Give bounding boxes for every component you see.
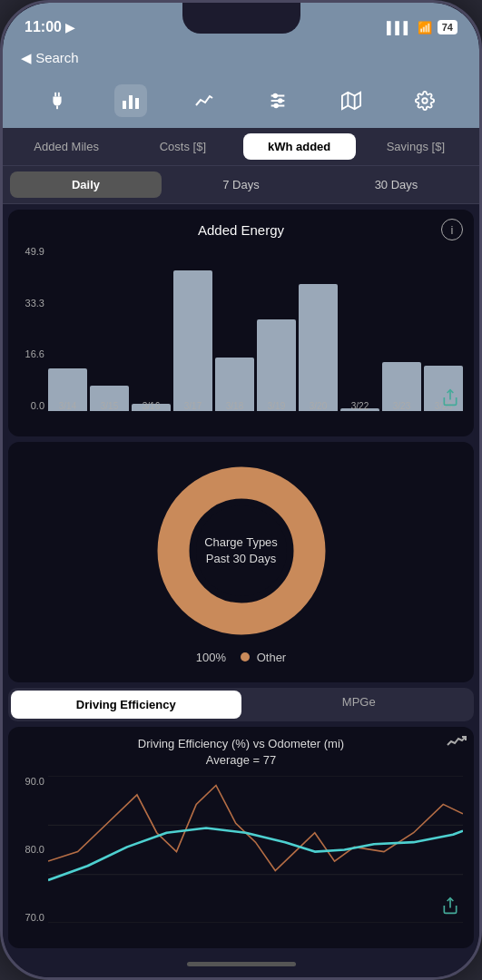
eff-title-line2: Average = 77 bbox=[19, 752, 463, 769]
phone-frame: 11:00 ▶ ▌▌▌ 📶 74 ◀ Search bbox=[0, 0, 482, 980]
bar-chart: 3/143/153/163/173/183/193/203/223/233/26 bbox=[48, 246, 463, 427]
svg-point-11 bbox=[274, 104, 278, 108]
added-energy-title: Added Energy bbox=[41, 222, 441, 238]
bar-date-label: 3/14 bbox=[59, 401, 76, 411]
bar-col: 3/20 bbox=[299, 246, 338, 411]
y-label-max: 49.9 bbox=[19, 246, 48, 257]
legend-label: Other bbox=[257, 651, 287, 664]
y-label-mid2: 16.6 bbox=[19, 348, 48, 359]
tab-added-miles[interactable]: Added Miles bbox=[10, 133, 123, 160]
period-7days[interactable]: 7 Days bbox=[165, 172, 317, 198]
sliders-nav-icon[interactable] bbox=[261, 84, 294, 117]
eff-y-axis: 90.0 80.0 70.0 bbox=[19, 776, 48, 923]
efficiency-tab-selector: Driving Efficiency MPGe bbox=[8, 688, 474, 721]
y-label-mid1: 33.3 bbox=[19, 298, 48, 309]
bar-col: 3/22 bbox=[340, 246, 379, 411]
svg-rect-0 bbox=[55, 93, 57, 97]
efficiency-chart-section: Driving Efficiency (%) vs Odometer (mi) … bbox=[8, 727, 474, 948]
donut-label-line1: Charge Types bbox=[204, 534, 278, 551]
search-bar: ◀ Search bbox=[3, 46, 479, 75]
donut-label-line2: Past 30 Days bbox=[204, 551, 278, 567]
info-button[interactable]: i bbox=[441, 219, 463, 240]
bar-col: 3/17 bbox=[173, 246, 212, 411]
settings-nav-icon[interactable] bbox=[408, 84, 441, 117]
bar-col: 3/23 bbox=[382, 246, 421, 411]
bar bbox=[299, 284, 338, 411]
tab-savings[interactable]: Savings [$] bbox=[359, 133, 472, 160]
tab-driving-efficiency[interactable]: Driving Efficiency bbox=[11, 691, 241, 719]
svg-point-9 bbox=[273, 94, 277, 98]
bar-col: 3/15 bbox=[90, 246, 129, 411]
bar-date-label: 3/23 bbox=[393, 401, 410, 411]
back-button[interactable]: ◀ Search bbox=[21, 50, 79, 66]
legend-dot bbox=[241, 652, 250, 662]
donut-center-text: Charge Types Past 30 Days bbox=[204, 534, 278, 567]
home-bar bbox=[187, 962, 296, 966]
bar bbox=[173, 270, 212, 411]
donut-chart-section: Charge Types Past 30 Days 100% Other bbox=[8, 442, 474, 682]
bar-date-label: 3/16 bbox=[143, 401, 160, 411]
bar-date-label: 3/20 bbox=[310, 401, 327, 411]
eff-y-label-mid: 80.0 bbox=[19, 844, 48, 855]
home-indicator bbox=[3, 955, 479, 977]
tab-kwh-added[interactable]: kWh added bbox=[243, 133, 356, 160]
wifi-icon: 📶 bbox=[418, 21, 432, 34]
legend-item: Other bbox=[241, 651, 286, 664]
efficiency-chart-title: Driving Efficiency (%) vs Odometer (mi) … bbox=[19, 736, 463, 769]
svg-rect-2 bbox=[56, 106, 58, 110]
notch bbox=[182, 3, 300, 34]
eff-y-label-bot: 70.0 bbox=[19, 912, 48, 923]
y-label-min: 0.0 bbox=[19, 400, 48, 411]
efficiency-chart-area: 90.0 80.0 70.0 bbox=[19, 776, 463, 939]
period-selector: Daily 7 Days 30 Days bbox=[3, 166, 479, 204]
line-chart-nav-icon[interactable] bbox=[188, 84, 221, 117]
added-energy-chart-section: Added Energy i 49.9 33.3 16.6 0.0 3/143/… bbox=[8, 210, 474, 436]
main-content: Added Miles Costs [$] kWh added Savings … bbox=[3, 128, 479, 955]
efficiency-share-button[interactable] bbox=[441, 897, 459, 919]
bar-chart-share-button[interactable] bbox=[441, 388, 459, 411]
y-axis: 49.9 33.3 16.6 0.0 bbox=[19, 246, 48, 427]
chart-title-row: Added Energy i bbox=[19, 219, 463, 240]
signal-icon: ▌▌▌ bbox=[387, 21, 412, 34]
efficiency-line-chart bbox=[48, 776, 463, 923]
eff-title-line1: Driving Efficiency (%) vs Odometer (mi) bbox=[19, 736, 463, 752]
period-daily[interactable]: Daily bbox=[10, 172, 162, 198]
bar-col: 3/26 bbox=[424, 246, 463, 411]
bar-col: 3/19 bbox=[257, 246, 296, 411]
svg-point-10 bbox=[279, 99, 282, 103]
donut-percent: 100% bbox=[196, 651, 226, 664]
bar-date-label: 3/15 bbox=[101, 401, 118, 411]
tab-costs[interactable]: Costs [$] bbox=[126, 133, 239, 160]
bar-date-label: 3/22 bbox=[351, 401, 369, 411]
bar-chart-area: 49.9 33.3 16.6 0.0 3/143/153/163/173/183… bbox=[19, 246, 463, 427]
donut-legend: 100% Other bbox=[196, 651, 286, 664]
status-icons: ▌▌▌ 📶 74 bbox=[387, 20, 457, 34]
tab-mpge[interactable]: MPGe bbox=[244, 688, 475, 721]
donut-chart: Charge Types Past 30 Days bbox=[151, 460, 332, 642]
bar-col: 3/18 bbox=[215, 246, 254, 411]
svg-rect-3 bbox=[123, 101, 126, 109]
battery-indicator: 74 bbox=[438, 20, 457, 34]
plug-nav-icon[interactable] bbox=[41, 84, 74, 117]
bar-chart-nav-icon[interactable] bbox=[114, 84, 147, 117]
svg-rect-1 bbox=[58, 93, 60, 97]
chart-type-button[interactable] bbox=[447, 734, 467, 755]
phone-inner: 11:00 ▶ ▌▌▌ 📶 74 ◀ Search bbox=[3, 3, 479, 977]
svg-point-15 bbox=[422, 98, 428, 103]
bar-col: 3/16 bbox=[132, 246, 171, 411]
svg-marker-12 bbox=[342, 93, 360, 109]
bar-col: 3/14 bbox=[48, 246, 87, 411]
bar-date-label: 3/18 bbox=[226, 401, 243, 411]
bar-date-label: 3/19 bbox=[268, 401, 285, 411]
time-display: 11:00 bbox=[25, 19, 62, 35]
tab-selector: Added Miles Costs [$] kWh added Savings … bbox=[3, 128, 479, 166]
svg-rect-4 bbox=[129, 95, 133, 109]
location-icon: ▶ bbox=[65, 21, 74, 34]
bar bbox=[257, 319, 296, 411]
bar-date-label: 3/17 bbox=[184, 401, 202, 411]
nav-bar bbox=[3, 75, 479, 128]
svg-rect-5 bbox=[135, 98, 139, 109]
map-nav-icon[interactable] bbox=[335, 84, 368, 117]
eff-y-label-top: 90.0 bbox=[19, 776, 48, 787]
period-30days[interactable]: 30 Days bbox=[320, 172, 472, 198]
